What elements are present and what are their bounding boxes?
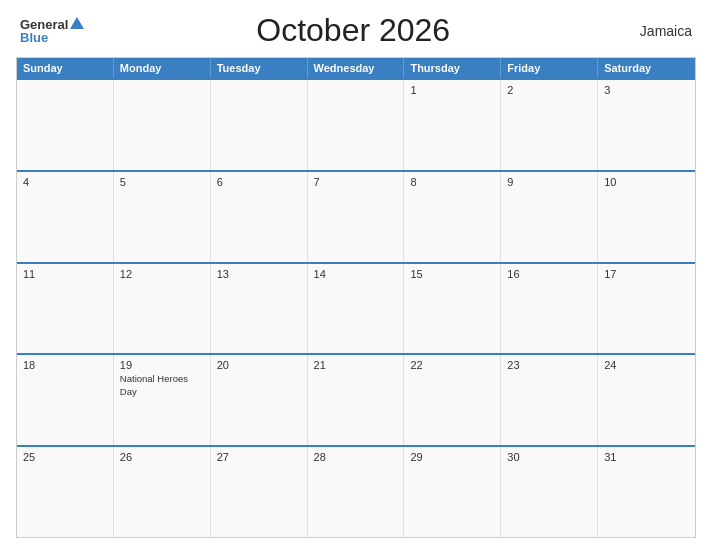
cal-cell: 11 — [17, 264, 114, 354]
day-number: 31 — [604, 451, 689, 463]
day-number: 11 — [23, 268, 107, 280]
calendar: SundayMondayTuesdayWednesdayThursdayFrid… — [16, 57, 696, 538]
cal-cell — [17, 80, 114, 170]
logo-triangle-icon — [70, 17, 84, 29]
day-number: 6 — [217, 176, 301, 188]
cal-cell: 8 — [404, 172, 501, 262]
cal-cell: 14 — [308, 264, 405, 354]
day-number: 10 — [604, 176, 689, 188]
day-number: 22 — [410, 359, 494, 371]
col-header-monday: Monday — [114, 58, 211, 78]
day-number: 7 — [314, 176, 398, 188]
cal-cell: 29 — [404, 447, 501, 537]
day-number: 27 — [217, 451, 301, 463]
cal-cell: 5 — [114, 172, 211, 262]
day-number: 20 — [217, 359, 301, 371]
col-header-tuesday: Tuesday — [211, 58, 308, 78]
day-number: 8 — [410, 176, 494, 188]
cal-cell: 4 — [17, 172, 114, 262]
event-label: National Heroes Day — [120, 373, 204, 398]
cal-cell: 2 — [501, 80, 598, 170]
cal-cell: 16 — [501, 264, 598, 354]
cal-cell: 22 — [404, 355, 501, 445]
day-number: 26 — [120, 451, 204, 463]
day-number: 21 — [314, 359, 398, 371]
day-number: 17 — [604, 268, 689, 280]
cal-cell: 19National Heroes Day — [114, 355, 211, 445]
day-number: 3 — [604, 84, 689, 96]
cal-cell: 1 — [404, 80, 501, 170]
day-number: 1 — [410, 84, 494, 96]
calendar-header-row: SundayMondayTuesdayWednesdayThursdayFrid… — [17, 58, 695, 78]
col-header-saturday: Saturday — [598, 58, 695, 78]
cal-cell: 6 — [211, 172, 308, 262]
day-number: 23 — [507, 359, 591, 371]
day-number: 12 — [120, 268, 204, 280]
cal-cell — [114, 80, 211, 170]
day-number: 16 — [507, 268, 591, 280]
col-header-sunday: Sunday — [17, 58, 114, 78]
day-number: 25 — [23, 451, 107, 463]
calendar-body: 12345678910111213141516171819National He… — [17, 78, 695, 537]
cal-cell: 21 — [308, 355, 405, 445]
cal-cell: 26 — [114, 447, 211, 537]
day-number: 19 — [120, 359, 204, 371]
cal-cell: 13 — [211, 264, 308, 354]
day-number: 30 — [507, 451, 591, 463]
cal-cell: 12 — [114, 264, 211, 354]
cal-cell: 23 — [501, 355, 598, 445]
day-number: 18 — [23, 359, 107, 371]
cal-cell — [211, 80, 308, 170]
day-number: 15 — [410, 268, 494, 280]
cal-cell: 20 — [211, 355, 308, 445]
page: General Blue October 2026 Jamaica Sunday… — [0, 0, 712, 550]
cal-cell: 28 — [308, 447, 405, 537]
cal-cell: 18 — [17, 355, 114, 445]
week-row-2: 45678910 — [17, 170, 695, 262]
logo-general-text: General — [20, 18, 68, 31]
cal-cell: 9 — [501, 172, 598, 262]
col-header-wednesday: Wednesday — [308, 58, 405, 78]
cal-cell: 15 — [404, 264, 501, 354]
cal-cell: 3 — [598, 80, 695, 170]
cal-cell: 24 — [598, 355, 695, 445]
country-label: Jamaica — [622, 23, 692, 39]
day-number: 2 — [507, 84, 591, 96]
day-number: 24 — [604, 359, 689, 371]
day-number: 4 — [23, 176, 107, 188]
week-row-1: 123 — [17, 78, 695, 170]
day-number: 5 — [120, 176, 204, 188]
day-number: 9 — [507, 176, 591, 188]
day-number: 29 — [410, 451, 494, 463]
cal-cell: 27 — [211, 447, 308, 537]
cal-cell: 30 — [501, 447, 598, 537]
logo: General Blue — [20, 17, 84, 44]
cal-cell: 17 — [598, 264, 695, 354]
week-row-4: 1819National Heroes Day2021222324 — [17, 353, 695, 445]
cal-cell — [308, 80, 405, 170]
cal-cell: 31 — [598, 447, 695, 537]
day-number: 13 — [217, 268, 301, 280]
logo-blue-text: Blue — [20, 31, 48, 44]
day-number: 28 — [314, 451, 398, 463]
week-row-3: 11121314151617 — [17, 262, 695, 354]
cal-cell: 7 — [308, 172, 405, 262]
col-header-friday: Friday — [501, 58, 598, 78]
calendar-title: October 2026 — [84, 12, 622, 49]
header: General Blue October 2026 Jamaica — [16, 12, 696, 49]
day-number: 14 — [314, 268, 398, 280]
cal-cell: 10 — [598, 172, 695, 262]
week-row-5: 25262728293031 — [17, 445, 695, 537]
cal-cell: 25 — [17, 447, 114, 537]
col-header-thursday: Thursday — [404, 58, 501, 78]
